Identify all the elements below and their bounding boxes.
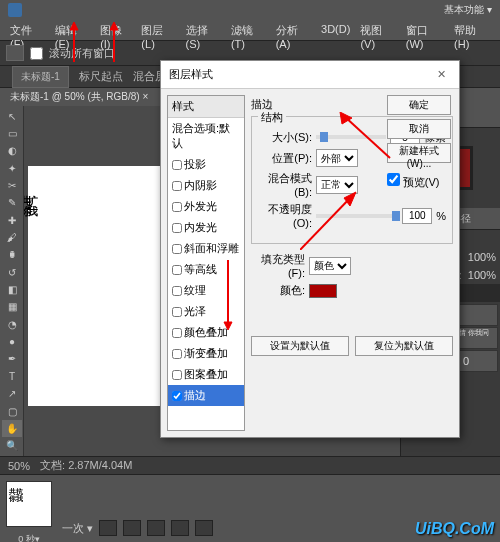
canvas-text-layer: 共扩 你我: [24, 196, 34, 217]
effect-inner-shadow[interactable]: 内阴影: [168, 175, 244, 196]
color-label: 颜色:: [251, 283, 305, 298]
wand-tool-icon[interactable]: ✦: [2, 160, 22, 176]
app-logo-icon: [8, 3, 22, 17]
effect-inner-glow[interactable]: 内发光: [168, 217, 244, 238]
size-label: 大小(S):: [258, 130, 312, 145]
menu-3d[interactable]: 3D(D): [317, 20, 354, 40]
cancel-button[interactable]: 取消: [387, 119, 451, 139]
blendmode-select[interactable]: 正常: [316, 176, 358, 194]
menu-help[interactable]: 帮助(H): [450, 20, 494, 40]
eyedropper-tool-icon[interactable]: ✎: [2, 195, 22, 211]
loop-select[interactable]: 一次 ▾: [62, 521, 93, 536]
group-label: 结构: [258, 110, 286, 125]
menu-window[interactable]: 窗口(W): [402, 20, 448, 40]
preview-checkbox[interactable]: [387, 173, 400, 186]
opacity-value[interactable]: 100%: [468, 251, 496, 263]
marquee-tool-icon[interactable]: ▭: [2, 125, 22, 141]
next-frame-icon[interactable]: [171, 520, 189, 536]
filltype-label: 填充类型(F):: [251, 252, 305, 279]
position-label: 位置(P):: [258, 151, 312, 166]
view-tab-1[interactable]: 未标题-1: [12, 66, 69, 88]
hand-tool-icon[interactable]: ✋: [2, 420, 22, 436]
first-frame-icon[interactable]: [99, 520, 117, 536]
app-titlebar: 基本功能 ▾: [0, 0, 500, 20]
zoom-level[interactable]: 50%: [8, 460, 30, 472]
menu-edit[interactable]: 编辑(E): [51, 20, 94, 40]
tools-panel: ↖ ▭ ◐ ✦ ✂ ✎ ✚ 🖌 ⧯ ↺ ◧ ▦ ◔ ● ✒ T ↗ ▢ ✋ 🔍: [0, 106, 24, 456]
blur-tool-icon[interactable]: ◔: [2, 316, 22, 332]
heal-tool-icon[interactable]: ✚: [2, 212, 22, 228]
brush-tool-icon[interactable]: 🖌: [2, 229, 22, 245]
main-menubar: 文件(F) 编辑(E) 图像(I) 图层(L) 选择(S) 滤镜(T) 分析(A…: [0, 20, 500, 40]
eraser-tool-icon[interactable]: ◧: [2, 281, 22, 297]
menu-analysis[interactable]: 分析(A): [272, 20, 315, 40]
opacity-label: 不透明度(O):: [258, 202, 312, 229]
reset-default-button[interactable]: 复位为默认值: [355, 336, 453, 356]
workspace-switcher[interactable]: 基本功能 ▾: [444, 3, 492, 17]
history-brush-tool-icon[interactable]: ↺: [2, 264, 22, 280]
type-tool-icon[interactable]: T: [2, 368, 22, 384]
menu-file[interactable]: 文件(F): [6, 20, 49, 40]
scroll-all-windows-checkbox[interactable]: [30, 47, 43, 60]
gradient-tool-icon[interactable]: ▦: [2, 299, 22, 315]
move-tool-icon[interactable]: ↖: [2, 108, 22, 124]
ok-button[interactable]: 确定: [387, 95, 451, 115]
last-frame-icon[interactable]: [195, 520, 213, 536]
layer-style-dialog: 图层样式 ✕ 样式 混合选项:默认 投影 内阴影 外发光 内发光 斜面和浮雕 等…: [160, 60, 460, 438]
dialog-titlebar[interactable]: 图层样式 ✕: [161, 61, 459, 89]
blendmode-label: 混合模式(B):: [258, 171, 312, 198]
status-bar: 50% 文档: 2.87M/4.04M: [0, 456, 500, 474]
shape-tool-icon[interactable]: ▢: [2, 403, 22, 419]
animation-controls: 一次 ▾: [58, 475, 217, 540]
make-default-button[interactable]: 设置为默认值: [251, 336, 349, 356]
lasso-tool-icon[interactable]: ◐: [2, 143, 22, 159]
view-tab-2[interactable]: 标尺起点: [79, 69, 123, 84]
stroke-color-swatch[interactable]: [309, 284, 337, 298]
menu-select[interactable]: 选择(S): [182, 20, 225, 40]
menu-view[interactable]: 视图(V): [356, 20, 399, 40]
menu-filter[interactable]: 滤镜(T): [227, 20, 270, 40]
stamp-tool-icon[interactable]: ⧯: [2, 247, 22, 263]
filltype-select[interactable]: 颜色: [309, 257, 351, 275]
menu-image[interactable]: 图像(I): [96, 20, 135, 40]
watermark-text: UiBQ.CoM: [415, 520, 494, 538]
opacity-input[interactable]: [402, 208, 432, 224]
document-info[interactable]: 文档: 2.87M/4.04M: [40, 458, 132, 473]
effect-contour[interactable]: 等高线: [168, 259, 244, 280]
effect-texture[interactable]: 纹理: [168, 280, 244, 301]
close-icon[interactable]: ✕: [437, 68, 451, 82]
effect-gradient-overlay[interactable]: 渐变叠加: [168, 343, 244, 364]
animation-frame-thumb[interactable]: 共抗你我: [6, 481, 52, 527]
frame-delay[interactable]: 0 秒▾: [0, 533, 58, 542]
fill-value[interactable]: 100%: [468, 269, 496, 281]
effect-outer-glow[interactable]: 外发光: [168, 196, 244, 217]
dialog-title: 图层样式: [169, 67, 213, 82]
position-select[interactable]: 外部: [316, 149, 358, 167]
opacity-unit: %: [436, 210, 446, 222]
zoom-tool-icon[interactable]: 🔍: [2, 438, 22, 454]
dodge-tool-icon[interactable]: ●: [2, 333, 22, 349]
menu-layer[interactable]: 图层(L): [137, 20, 179, 40]
prev-frame-icon[interactable]: [123, 520, 141, 536]
effect-bevel-emboss[interactable]: 斜面和浮雕: [168, 238, 244, 259]
effect-pattern-overlay[interactable]: 图案叠加: [168, 364, 244, 385]
dialog-buttons: 确定 取消 新建样式(W)... 预览(V): [387, 95, 451, 190]
play-icon[interactable]: [147, 520, 165, 536]
path-tool-icon[interactable]: ↗: [2, 386, 22, 402]
effect-satin[interactable]: 光泽: [168, 301, 244, 322]
pen-tool-icon[interactable]: ✒: [2, 351, 22, 367]
effect-drop-shadow[interactable]: 投影: [168, 154, 244, 175]
effect-color-overlay[interactable]: 颜色叠加: [168, 322, 244, 343]
effect-stroke[interactable]: 描边: [168, 385, 244, 406]
opacity-slider[interactable]: [316, 214, 398, 218]
crop-tool-icon[interactable]: ✂: [2, 177, 22, 193]
size-slider[interactable]: [316, 135, 386, 139]
hand-tool-preset-icon[interactable]: [6, 45, 24, 61]
scroll-all-windows-label: 滚动所有窗口: [49, 46, 115, 61]
blending-options-item[interactable]: 混合选项:默认: [168, 118, 244, 154]
preview-label: 预览(V): [403, 176, 440, 188]
styles-list: 样式 混合选项:默认 投影 内阴影 外发光 内发光 斜面和浮雕 等高线 纹理 光…: [167, 95, 245, 431]
styles-header[interactable]: 样式: [168, 96, 244, 118]
new-style-button[interactable]: 新建样式(W)...: [387, 143, 451, 163]
